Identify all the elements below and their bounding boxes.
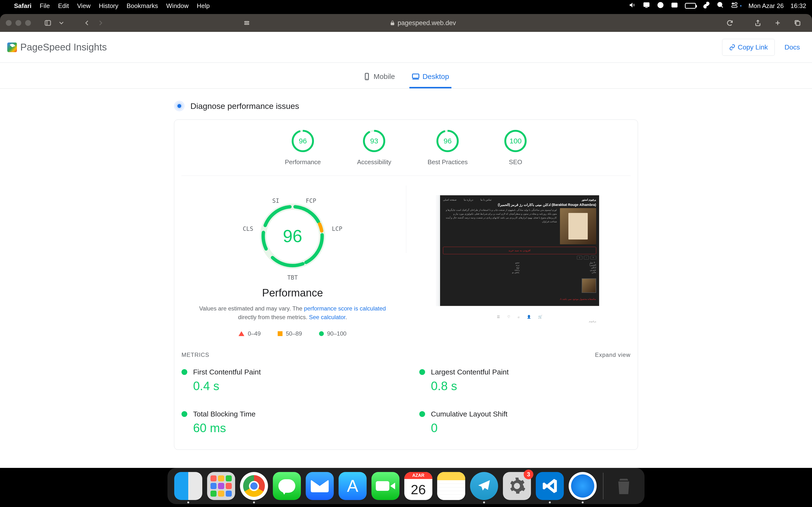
psi-logo-icon (7, 43, 17, 52)
score-best-practices[interactable]: 96 Best Practices (427, 129, 468, 166)
legend-circle-icon (319, 331, 324, 336)
menu-file[interactable]: File (40, 2, 50, 10)
menu-help[interactable]: Help (197, 2, 209, 10)
psi-product-name: PageSpeed Insights (20, 42, 107, 53)
tab-mobile-label: Mobile (373, 72, 395, 80)
metric-value: 60 ms (193, 421, 393, 435)
tabs-overview-button[interactable] (793, 18, 802, 28)
docs-link[interactable]: Docs (779, 39, 805, 56)
score-label: Performance (285, 158, 321, 166)
status-dot-icon (419, 411, 425, 417)
metric-value: 0.4 s (193, 379, 393, 393)
dock-mail[interactable] (306, 472, 334, 500)
menubar-time[interactable]: 16:32 (791, 2, 806, 10)
svg-rect-5 (735, 3, 737, 5)
score-legend: 0–49 50–89 90–100 (239, 330, 346, 337)
dock-launchpad[interactable] (207, 472, 235, 500)
dock-safari[interactable] (569, 472, 597, 500)
notif-dot-icon: • (740, 3, 742, 9)
status-dot-icon (182, 411, 187, 417)
score-seo[interactable]: 100 SEO (504, 129, 527, 166)
score-label: Accessibility (357, 158, 392, 166)
chevron-down-icon[interactable] (57, 18, 66, 28)
page-content: PageSpeed Insights Copy Link Docs Mobile… (0, 32, 812, 468)
app-name[interactable]: Safari (14, 2, 32, 10)
device-tabs: Mobile Desktop (0, 63, 812, 89)
svg-rect-12 (412, 74, 419, 78)
perf-score-link[interactable]: performance score is calculated (304, 305, 386, 312)
macos-dock: A AZAR26 3 (167, 468, 645, 504)
volume-icon[interactable] (629, 1, 636, 10)
calculator-link[interactable]: See calculator (309, 314, 345, 320)
screenshot-section: صفحه اصلیدرباره ماتماس با ماپرفیوم استور… (408, 195, 630, 337)
new-tab-button[interactable] (773, 18, 782, 28)
dock-finder[interactable] (174, 472, 202, 500)
menu-view[interactable]: View (77, 2, 91, 10)
tab-desktop[interactable]: Desktop (409, 68, 451, 89)
diagnose-heading: Diagnose performance issues (174, 101, 638, 111)
copy-link-label: Copy Link (738, 44, 768, 51)
diagnose-icon (174, 101, 185, 111)
gauge-label-tbt: TBT (287, 274, 298, 281)
dock-calendar[interactable]: AZAR26 (404, 472, 433, 500)
reload-button[interactable] (725, 18, 735, 28)
performance-note: Values are estimated and may vary. The p… (198, 304, 387, 322)
svg-rect-0 (644, 3, 649, 6)
score-value: 100 (504, 129, 527, 153)
gauge-label-cls: CLS (243, 225, 253, 232)
dock-trash[interactable] (610, 472, 638, 500)
expand-view-button[interactable]: Expand view (595, 351, 630, 358)
metric-fcp: First Contentful Paint 0.4 s (182, 368, 393, 398)
now-playing-icon[interactable] (657, 1, 664, 10)
status-dot-icon (182, 369, 187, 375)
dock-messages[interactable] (273, 472, 301, 500)
link-icon[interactable] (703, 1, 710, 10)
dock-settings[interactable]: 3 (503, 472, 531, 500)
dock-telegram[interactable] (470, 472, 498, 500)
gauge-label-lcp: LCP (332, 225, 342, 232)
metrics-grid: First Contentful Paint 0.4 s Largest Con… (182, 368, 630, 440)
website-settings-icon[interactable] (242, 18, 252, 28)
url-field[interactable]: pagespeed.web.dev (390, 19, 456, 27)
macos-menubar: Safari File Edit View History Bookmarks … (0, 0, 812, 12)
dock-notes[interactable] (437, 472, 465, 500)
metric-tbt: Total Blocking Time 60 ms (182, 410, 393, 440)
menu-window[interactable]: Window (166, 2, 189, 10)
screen-mirror-icon[interactable] (643, 1, 650, 10)
menu-edit[interactable]: Edit (58, 2, 69, 10)
forward-button (96, 18, 105, 28)
safari-toolbar: pagespeed.web.dev (0, 14, 812, 32)
legend-square-icon (278, 331, 283, 336)
status-dot-icon (419, 369, 425, 375)
dock-facetime[interactable] (371, 472, 400, 500)
menu-history[interactable]: History (99, 2, 118, 10)
menubar-date[interactable]: Mon Azar 26 (749, 2, 784, 10)
url-text: pagespeed.web.dev (398, 19, 456, 27)
svg-rect-8 (245, 21, 249, 22)
control-center-icon[interactable] (731, 1, 738, 10)
svg-rect-4 (732, 3, 734, 5)
spotlight-icon[interactable] (717, 1, 724, 10)
window-controls[interactable] (6, 20, 31, 26)
psi-logo[interactable]: PageSpeed Insights (7, 42, 107, 53)
svg-point-3 (718, 2, 722, 6)
metric-cls: Cumulative Layout Shift 0 (419, 410, 630, 440)
menu-bookmarks[interactable]: Bookmarks (126, 2, 158, 10)
dock-chrome[interactable] (240, 472, 268, 500)
metric-value: 0 (431, 421, 630, 435)
tab-desktop-label: Desktop (422, 72, 449, 80)
dock-vscode[interactable] (536, 472, 564, 500)
tab-mobile[interactable]: Mobile (361, 68, 397, 89)
score-accessibility[interactable]: 93 Accessibility (357, 129, 392, 166)
diagnose-title: Diagnose performance issues (191, 101, 299, 111)
pip-icon[interactable] (671, 1, 678, 10)
svg-rect-9 (245, 24, 249, 24)
share-button[interactable] (753, 18, 763, 28)
dock-appstore[interactable]: A (339, 472, 367, 500)
sidebar-toggle-icon[interactable] (43, 18, 53, 28)
copy-link-button[interactable]: Copy Link (722, 39, 775, 56)
performance-gauge-section: SI FCP CLS LCP TBT (182, 195, 404, 337)
battery-icon[interactable] (685, 3, 696, 9)
score-performance[interactable]: 96 Performance (285, 129, 321, 166)
back-button[interactable] (82, 18, 92, 28)
